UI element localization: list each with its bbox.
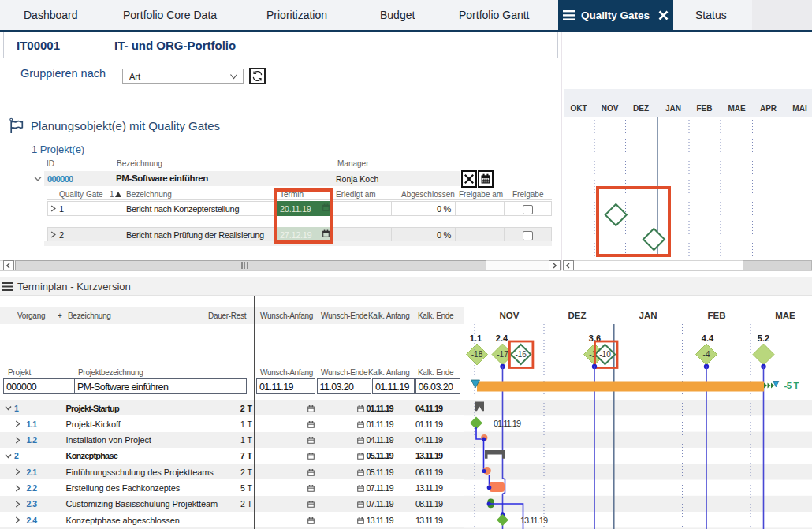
svg-text:-5 T: -5 T [784,381,799,390]
svg-text:2.4: 2.4 [496,333,508,343]
svg-text:-18: -18 [471,350,483,359]
svg-text:13.11.19: 13.11.19 [520,516,548,525]
svg-text:-4: -4 [703,350,710,359]
svg-text:-10: -10 [599,350,611,359]
svg-text:01.11.19: 01.11.19 [494,419,521,428]
svg-text:-16: -16 [515,350,527,359]
svg-text:NOV: NOV [602,104,619,113]
svg-text:4.4: 4.4 [702,333,714,343]
svg-text:5.2: 5.2 [758,333,769,343]
svg-text:FEB: FEB [697,104,713,113]
svg-text:DEZ: DEZ [568,311,587,320]
svg-text:DEZ: DEZ [633,104,649,113]
svg-text:NOV: NOV [500,311,520,320]
svg-text:OKT: OKT [570,104,587,113]
svg-text:-17: -17 [497,350,508,359]
svg-text:MAI: MAI [792,104,807,113]
svg-text:JAN: JAN [665,104,681,113]
svg-text:APR: APR [760,104,777,113]
svg-text:1.1: 1.1 [470,333,482,343]
svg-text:MAE: MAE [728,104,746,113]
svg-text:JAN: JAN [639,311,657,320]
svg-text:FEB: FEB [708,311,726,320]
svg-text:MAE: MAE [775,311,795,320]
